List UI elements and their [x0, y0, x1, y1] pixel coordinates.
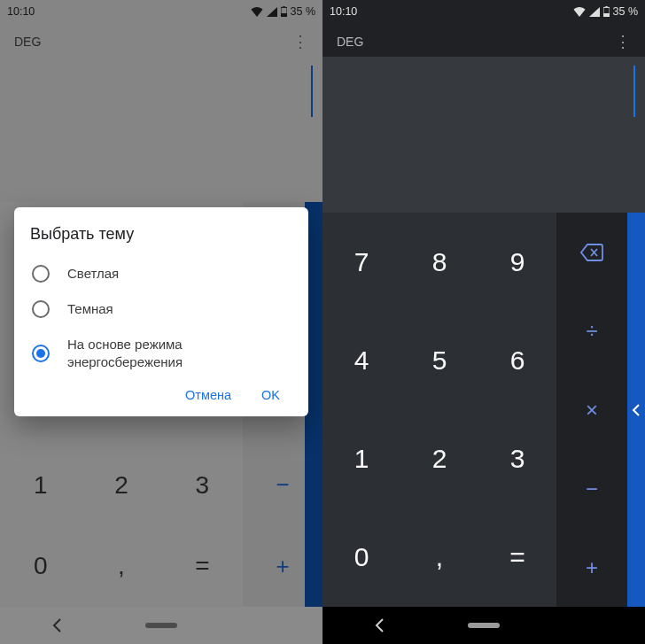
theme-dialog: Выбрать тему Светлая Темная На основе ре…: [14, 207, 308, 416]
theme-option-battery-saver[interactable]: На основе режима энергосбережения: [30, 327, 292, 379]
key-4[interactable]: 4: [322, 311, 400, 409]
svg-rect-5: [603, 13, 610, 17]
key-multiply[interactable]: ×: [556, 370, 627, 449]
key-8[interactable]: 8: [400, 213, 478, 311]
key-0[interactable]: 0: [322, 508, 400, 607]
key-3[interactable]: 3: [478, 410, 556, 508]
battery-icon: [603, 6, 610, 17]
key-decimal[interactable]: ,: [400, 508, 478, 607]
radio-icon: [32, 265, 50, 283]
calc-display[interactable]: [322, 57, 645, 223]
phone-dark: 10:10 35 % DEG ⋮ 7 8 9 4 5 6 1 2 3 0 , =: [322, 0, 645, 644]
advanced-panel-handle[interactable]: [627, 213, 645, 607]
calc-header: DEG ⋮: [322, 23, 645, 57]
radio-icon-selected: [32, 345, 50, 362]
theme-option-light[interactable]: Светлая: [30, 256, 292, 291]
key-2[interactable]: 2: [400, 410, 478, 508]
chevron-left-icon: [632, 404, 641, 416]
key-9[interactable]: 9: [478, 213, 556, 311]
battery-text: 35 %: [613, 5, 639, 18]
status-bar: 10:10 35 %: [322, 0, 645, 23]
wifi-icon: [573, 7, 586, 17]
ok-button[interactable]: OK: [261, 388, 280, 402]
phone-light: 10:10 35 % DEG ⋮ 1 2 3 0 , = − +: [0, 0, 322, 644]
key-plus[interactable]: +: [556, 528, 627, 607]
key-equals[interactable]: =: [478, 508, 556, 607]
overflow-menu-icon[interactable]: ⋮: [611, 28, 634, 55]
radio-icon: [32, 300, 50, 318]
status-icons: 35 %: [573, 5, 639, 18]
signal-icon: [589, 7, 600, 17]
key-5[interactable]: 5: [400, 311, 478, 409]
key-7[interactable]: 7: [322, 213, 400, 311]
theme-option-label: На основе режима энергосбережения: [67, 336, 291, 370]
operator-pad: ÷ × − +: [556, 213, 627, 607]
number-pad: 7 8 9 4 5 6 1 2 3 0 , =: [322, 213, 556, 607]
dialog-title: Выбрать тему: [30, 225, 292, 244]
angle-mode-label[interactable]: DEG: [337, 35, 363, 49]
key-minus[interactable]: −: [556, 449, 627, 528]
cancel-button[interactable]: Отмена: [185, 388, 231, 402]
keypad: 7 8 9 4 5 6 1 2 3 0 , = ÷ × − +: [322, 213, 645, 607]
theme-option-label: Светлая: [67, 265, 119, 283]
theme-option-dark[interactable]: Темная: [30, 291, 292, 327]
status-clock: 10:10: [330, 5, 357, 18]
key-1[interactable]: 1: [322, 410, 400, 508]
key-divide[interactable]: ÷: [556, 291, 627, 370]
dialog-actions: Отмена OK: [30, 379, 292, 407]
input-cursor: [633, 66, 635, 117]
theme-option-label: Темная: [67, 300, 113, 318]
nav-back-icon[interactable]: [372, 617, 388, 633]
nav-bar: [322, 607, 645, 644]
nav-home-pill[interactable]: [468, 623, 500, 628]
backspace-icon: [580, 244, 603, 261]
key-6[interactable]: 6: [478, 311, 556, 409]
key-backspace[interactable]: [556, 213, 627, 291]
